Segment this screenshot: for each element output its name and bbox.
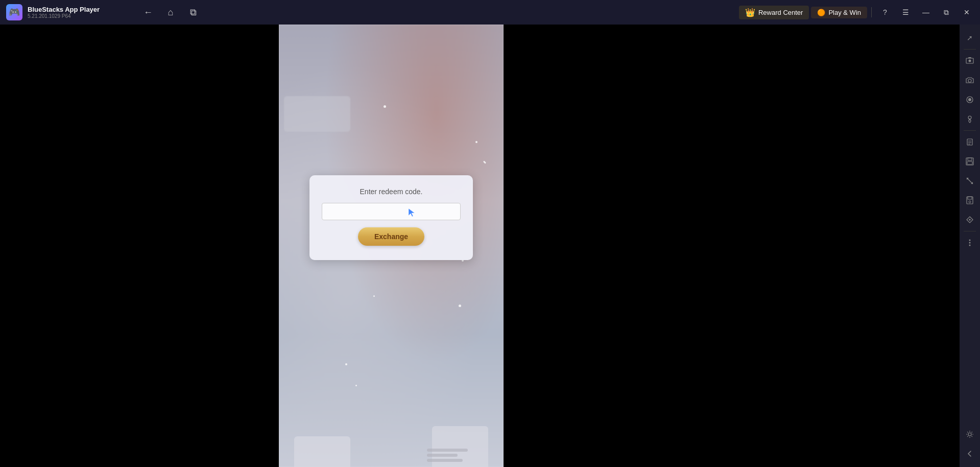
close-button[interactable]: ✕	[958, 3, 976, 21]
app-logo: 🎮	[6, 4, 22, 20]
redeem-modal: Enter redeem code. Exchange	[309, 175, 473, 260]
more-icon[interactable]	[961, 233, 979, 252]
sidebar-sep-1	[964, 49, 976, 50]
titlebar: 🎮 BlueStacks App Player 5.21.201.1029 P6…	[0, 0, 980, 25]
svg-rect-12	[968, 158, 972, 160]
save-state-icon[interactable]	[961, 191, 979, 209]
play-win-icon: 🟠	[817, 9, 825, 16]
minimize-button[interactable]: —	[917, 3, 935, 21]
svg-point-1	[969, 60, 971, 62]
bottom-card-lines	[427, 449, 468, 462]
menu-button[interactable]: ☰	[896, 3, 915, 21]
app-name-block: BlueStacks App Player 5.21.201.1029 P64	[28, 6, 100, 19]
sparkle-1	[384, 105, 386, 108]
apk-icon[interactable]	[961, 133, 979, 151]
sidebar-sep-3	[964, 231, 976, 231]
svg-point-20	[969, 245, 971, 246]
app-name: BlueStacks App Player	[28, 6, 100, 13]
bottom-line-3	[427, 459, 463, 462]
sidebar-sep-2	[964, 130, 976, 131]
record-icon[interactable]	[961, 90, 979, 109]
resize-icon[interactable]	[961, 172, 979, 190]
bottom-line-1	[427, 449, 468, 452]
bottom-card-left	[294, 436, 350, 467]
nav-back-button[interactable]: ←	[141, 5, 155, 19]
sparkle-6	[459, 305, 461, 307]
app-version: 5.21.201.1029 P64	[28, 13, 100, 19]
screenshot-icon[interactable]	[961, 52, 979, 70]
restore-icon: ⧉	[944, 8, 949, 17]
menu-icon: ☰	[902, 8, 909, 16]
bottom-card-right	[432, 426, 488, 467]
svg-point-19	[969, 242, 971, 244]
macro-icon[interactable]	[961, 211, 979, 229]
bg-card-element	[284, 96, 350, 132]
titlebar-right: 👑 Reward Center 🟠 Play & Win ? ☰ — ⧉ ✕	[739, 3, 980, 21]
sparkle-5	[373, 295, 375, 297]
modal-title: Enter redeem code.	[360, 188, 423, 196]
sparkle-2	[475, 141, 477, 143]
sidebar-back-icon[interactable]	[961, 445, 979, 463]
svg-rect-13	[967, 161, 972, 165]
svg-rect-16	[968, 197, 972, 199]
right-sidebar: ➚	[960, 25, 980, 467]
photo-save-icon[interactable]	[961, 152, 979, 171]
svg-line-14	[967, 178, 973, 184]
svg-point-21	[968, 433, 971, 436]
reward-center-button[interactable]: 👑 Reward Center	[739, 6, 809, 19]
nav-multi-button[interactable]: ⧉	[186, 5, 200, 19]
main-area: Enter redeem code. Exchange	[0, 25, 960, 467]
sparkle-8	[355, 385, 357, 386]
sparkle-7	[345, 363, 347, 365]
game-viewport[interactable]: Enter redeem code. Exchange	[279, 25, 504, 467]
nav-home-button[interactable]: ⌂	[163, 5, 178, 19]
restore-button[interactable]: ⧉	[937, 3, 955, 21]
location-icon[interactable]	[961, 110, 979, 128]
redeem-code-input[interactable]	[322, 203, 461, 220]
svg-point-6	[968, 116, 971, 119]
svg-point-5	[968, 98, 971, 101]
expand-icon[interactable]: ➚	[961, 29, 979, 47]
svg-point-3	[968, 79, 971, 82]
titlebar-divider	[871, 7, 872, 17]
close-icon: ✕	[964, 8, 970, 16]
svg-point-17	[969, 201, 971, 203]
help-button[interactable]: ?	[876, 3, 894, 21]
bottom-line-2	[427, 454, 458, 457]
play-win-label: Play & Win	[828, 9, 861, 16]
svg-point-18	[969, 240, 971, 241]
nav-buttons: ← ⌂ ⧉	[133, 5, 208, 19]
svg-rect-2	[968, 57, 971, 58]
settings-icon[interactable]	[961, 425, 979, 443]
help-icon: ?	[883, 8, 887, 16]
crown-icon: 👑	[745, 8, 755, 17]
minimize-icon: —	[922, 8, 929, 16]
camera-icon[interactable]	[961, 71, 979, 89]
exchange-button[interactable]: Exchange	[358, 227, 424, 246]
app-logo-area: 🎮 BlueStacks App Player 5.21.201.1029 P6…	[0, 4, 133, 20]
reward-center-label: Reward Center	[758, 9, 803, 16]
play-win-button[interactable]: 🟠 Play & Win	[811, 7, 867, 18]
